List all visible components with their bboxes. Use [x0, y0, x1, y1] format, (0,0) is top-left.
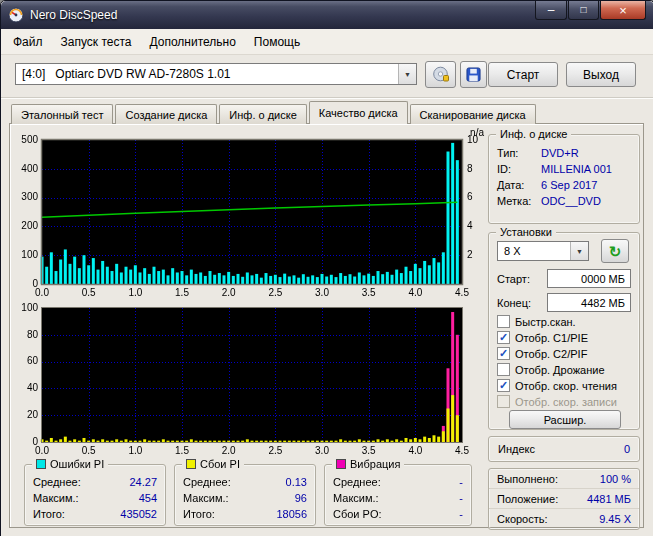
refresh-button[interactable]: ↻: [601, 239, 629, 263]
window-title: Nero DiscSpeed: [30, 8, 117, 22]
index-value: 0: [624, 443, 630, 455]
disc-quality-page: Инф. о диске Тип:DVD+R ID:MILLENIA 001 Д…: [9, 123, 644, 528]
checkbox-box: ✓: [497, 331, 510, 344]
status-group: Выполнено:100 % Положение:4481 МБ Скорос…: [488, 468, 640, 530]
speed-row: Скорость:9.45 X: [489, 509, 639, 529]
pi-errors-average-row: Среднее:24.27: [25, 474, 165, 490]
eject-button[interactable]: [425, 61, 456, 88]
pi-errors-max-row: Максим.:454: [25, 490, 165, 506]
chevron-down-icon: ▼: [398, 64, 416, 84]
tab-scan-disc[interactable]: Сканирование диска: [410, 104, 536, 124]
menu-item-help[interactable]: Помощь: [245, 31, 309, 53]
check-icon: ✓: [499, 348, 508, 359]
close-icon: ×: [619, 4, 627, 17]
index-label: Индекс: [498, 443, 535, 455]
checkbox-box: ✓: [497, 347, 510, 360]
exit-button[interactable]: Выход: [566, 62, 636, 87]
scan-speed-value: 8 X: [498, 245, 570, 257]
checkbox-box: ✓: [497, 315, 510, 328]
disc-info-group: Инф. о диске Тип:DVD+R ID:MILLENIA 001 Д…: [488, 134, 640, 224]
caption-buttons: – □ ×: [534, 1, 646, 20]
drive-select-value: [4:0] Optiarc DVD RW AD-7280S 1.01: [16, 67, 398, 81]
settings-group: Установки 8 X ▼ ↻ Старт: Конец: ✓ Быстр.…: [488, 232, 640, 430]
settings-group-title: Установки: [496, 225, 556, 239]
refresh-icon: ↻: [609, 244, 622, 259]
speed-value: 9.45 X: [599, 513, 631, 525]
title-bar: Nero DiscSpeed – □ ×: [1, 1, 653, 29]
tab-create-disc[interactable]: Создание диска: [115, 104, 217, 124]
tab-disc-quality[interactable]: Качество диска: [309, 101, 408, 124]
pi-failures-total-row: Итого:18056: [175, 506, 315, 522]
vibration-average-row: Среднее:-: [325, 474, 471, 490]
checkbox-box: ✓: [497, 363, 510, 376]
disc-type-row: Тип:DVD+R: [489, 145, 639, 161]
pi-failures-legend: Сбои PI Среднее:0.13 Максим.:96 Итого:18…: [174, 464, 316, 526]
start-button[interactable]: Старт: [488, 62, 558, 87]
position-value: 4481 МБ: [587, 493, 631, 505]
pi-failures-average-row: Среднее:0.13: [175, 474, 315, 490]
disc-id-row: ID:MILLENIA 001: [489, 161, 639, 177]
checkbox-label: Отобр. скор. чтения: [515, 380, 617, 392]
pi-errors-color-swatch: [36, 459, 46, 469]
vibration-legend-title: Вибрация: [332, 457, 404, 471]
tab-benchmark[interactable]: Эталонный тест: [11, 104, 113, 124]
toolbar-separator: [1, 97, 653, 99]
advanced-button[interactable]: Расшир.: [509, 410, 621, 429]
minimize-button[interactable]: –: [535, 1, 567, 20]
checkbox-box: ✓: [497, 395, 510, 408]
quality-chart-1: [12, 128, 488, 300]
maximize-icon: □: [580, 5, 586, 15]
menu-item-extra[interactable]: Дополнительно: [140, 31, 244, 53]
checkbox-label: Отобр. Дрожание: [515, 364, 605, 376]
vibration-color-swatch: [336, 459, 346, 469]
save-button[interactable]: [460, 61, 487, 88]
minimize-icon: –: [548, 4, 555, 16]
start-position-label: Старт:: [497, 273, 530, 285]
progress-value: 100 %: [600, 473, 631, 485]
checkbox-label: Отобр. C1/PIE: [515, 332, 588, 344]
menu-bar: Файл Запуск теста Дополнительно Помощь: [1, 29, 653, 55]
menu-item-run-test[interactable]: Запуск теста: [52, 31, 141, 53]
maximize-button[interactable]: □: [568, 1, 599, 20]
end-position-input[interactable]: [547, 293, 631, 312]
quality-chart-2: [12, 302, 488, 458]
checkbox-show-write-speed[interactable]: ✓ Отобр. скор. записи: [497, 395, 617, 408]
vibration-max-row: Максим.:-: [325, 490, 471, 506]
checkbox-label: Отобр. C2/PIF: [515, 348, 587, 360]
scan-speed-select[interactable]: 8 X ▼: [497, 241, 589, 261]
pi-errors-total-row: Итого:435052: [25, 506, 165, 522]
checkbox-box: ✓: [497, 379, 510, 392]
checkbox-show-c2-pif[interactable]: ✓ Отобр. C2/PIF: [497, 347, 587, 360]
vibration-legend: Вибрация Среднее:- Максим.:- Сбои PO:-: [324, 464, 472, 526]
checkbox-show-read-speed[interactable]: ✓ Отобр. скор. чтения: [497, 379, 617, 392]
position-row: Положение:4481 МБ: [489, 489, 639, 509]
drive-select[interactable]: [4:0] Optiarc DVD RW AD-7280S 1.01 ▼: [15, 63, 417, 85]
checkbox-show-c1-pie[interactable]: ✓ Отобр. C1/PIE: [497, 331, 588, 344]
disc-date-row: Дата:6 Sep 2017: [489, 177, 639, 193]
pi-failures-legend-title: Сбои PI: [182, 457, 244, 471]
pi-errors-legend: Ошибки PI Среднее:24.27 Максим.:454 Итог…: [24, 464, 166, 526]
pi-failures-max-row: Максим.:96: [175, 490, 315, 506]
floppy-icon: [466, 67, 481, 82]
tab-disc-info[interactable]: Инф. о диске: [219, 104, 306, 124]
disc-type-value: DVD+R: [541, 147, 579, 159]
checkbox-show-jitter[interactable]: ✓ Отобр. Дрожание: [497, 363, 605, 376]
checkbox-fast-scan[interactable]: ✓ Быстр.скан.: [497, 315, 576, 328]
toolbar: [4:0] Optiarc DVD RW AD-7280S 1.01 ▼ Ста…: [1, 54, 653, 97]
end-position-label: Конец:: [497, 297, 531, 309]
checkbox-label: Отобр. скор. записи: [515, 396, 617, 408]
po-failures-row: Сбои PO:-: [325, 506, 471, 522]
disc-info-group-title: Инф. о диске: [496, 127, 571, 141]
pi-failures-color-swatch: [186, 459, 196, 469]
index-group: Индекс 0: [488, 436, 640, 462]
eject-disc-icon: [432, 66, 450, 83]
disc-date-value: 6 Sep 2017: [541, 179, 597, 191]
pi-errors-legend-title: Ошибки PI: [32, 457, 108, 471]
progress-row: Выполнено:100 %: [489, 469, 639, 489]
app-icon: [8, 7, 24, 23]
check-icon: ✓: [499, 332, 508, 343]
app-window: Nero DiscSpeed – □ × Файл Запуск теста Д…: [0, 0, 653, 536]
start-position-input[interactable]: [547, 269, 631, 288]
close-button[interactable]: ×: [600, 1, 646, 20]
menu-item-file[interactable]: Файл: [4, 31, 52, 53]
